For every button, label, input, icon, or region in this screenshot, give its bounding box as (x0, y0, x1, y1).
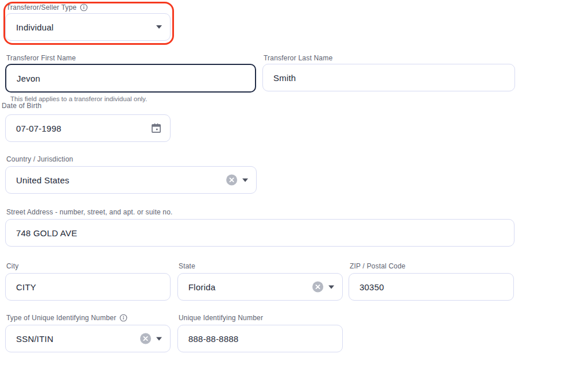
id-number-field: Unique Identifying Number 888-88-8888 (177, 325, 343, 352)
street-address-label: Street Address - number, street, and apt… (6, 208, 173, 216)
id-type-select[interactable]: SSN/ITIN (5, 325, 171, 352)
info-icon[interactable] (119, 314, 127, 322)
chevron-down-icon[interactable] (156, 25, 162, 29)
street-address-field: Street Address - number, street, and apt… (5, 219, 514, 247)
country-label: Country / Jurisdiction (6, 155, 73, 163)
zip-label: ZIP / Postal Code (350, 262, 405, 270)
id-type-value: SSN/ITIN (16, 334, 53, 344)
date-of-birth-input[interactable]: 07-07-1998 (5, 114, 171, 142)
transferor-type-value: Individual (16, 22, 53, 32)
chevron-down-icon[interactable] (242, 178, 248, 182)
last-name-input[interactable]: Smith (262, 64, 515, 91)
id-type-label: Type of Unique Identifying Number (6, 314, 116, 322)
id-number-value: 888-88-8888 (188, 334, 238, 344)
city-input[interactable]: CITY (5, 273, 171, 301)
first-name-label: Transferor First Name (6, 54, 76, 62)
street-address-input[interactable]: 748 GOLD AVE (5, 219, 514, 247)
street-address-value: 748 GOLD AVE (16, 228, 77, 238)
clear-icon[interactable] (312, 282, 323, 293)
last-name-field: Transferor Last Name Smith (262, 64, 515, 91)
zip-input[interactable]: 30350 (349, 273, 514, 301)
city-value: CITY (16, 282, 36, 292)
state-field: State Florida (177, 273, 343, 301)
first-name-value: Jevon (17, 74, 40, 83)
id-type-field: Type of Unique Identifying Number SSN/IT… (5, 325, 171, 352)
date-of-birth-value: 07-07-1998 (16, 124, 61, 133)
city-label: City (6, 262, 18, 270)
country-value: United States (16, 175, 69, 185)
chevron-down-icon[interactable] (156, 337, 162, 340)
clear-icon[interactable] (140, 333, 151, 344)
first-name-field: Transferor First Name Jevon This field a… (5, 64, 256, 93)
info-icon[interactable] (80, 3, 88, 11)
zip-field: ZIP / Postal Code 30350 (349, 273, 514, 301)
transferor-type-select[interactable]: Individual (5, 13, 171, 41)
calendar-icon[interactable] (150, 122, 162, 134)
country-field: Country / Jurisdiction United States (5, 166, 257, 194)
zip-value: 30350 (359, 282, 384, 292)
clear-icon[interactable] (226, 175, 237, 186)
chevron-down-icon[interactable] (328, 285, 334, 289)
id-number-input[interactable]: 888-88-8888 (177, 325, 343, 352)
last-name-value: Smith (273, 73, 296, 83)
city-field: City CITY (5, 273, 171, 301)
transferor-form: Transferor/Seller Type Individual Transf… (0, 0, 588, 365)
transferor-type-field: Transferor/Seller Type Individual (5, 13, 171, 41)
first-name-input[interactable]: Jevon (5, 64, 256, 93)
country-select[interactable]: United States (5, 166, 257, 194)
state-select[interactable]: Florida (177, 273, 343, 301)
id-number-label: Unique Identifying Number (179, 314, 263, 322)
state-label: State (179, 262, 195, 270)
last-name-label: Transferor Last Name (264, 54, 332, 62)
state-value: Florida (188, 282, 215, 292)
date-of-birth-label: Date of Birth (2, 102, 41, 110)
transferor-type-label: Transferor/Seller Type (6, 3, 76, 11)
date-of-birth-field: Date of Birth 07-07-1998 (5, 114, 171, 142)
